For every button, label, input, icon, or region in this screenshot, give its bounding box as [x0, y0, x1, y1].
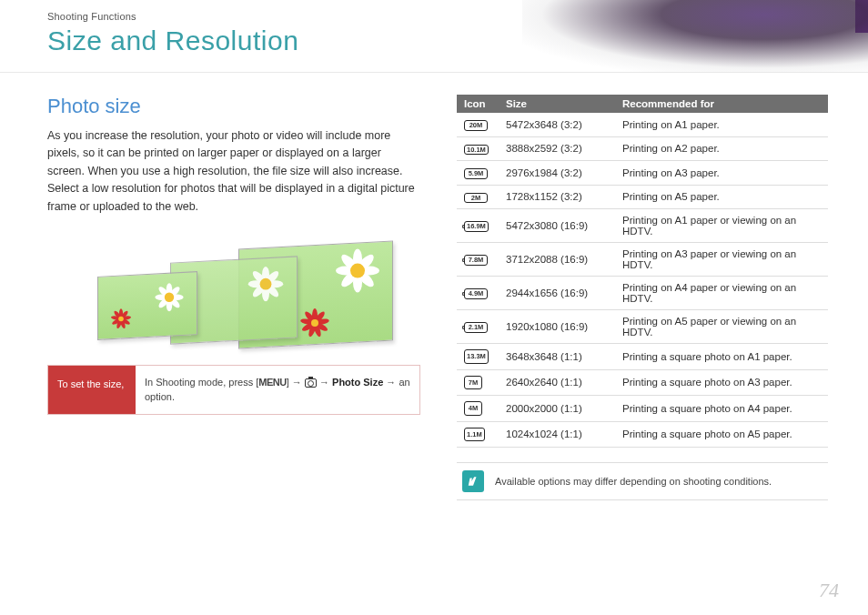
cell-icon: 20M	[457, 113, 499, 136]
size-table: Icon Size Recommended for 20M5472x3648 (…	[457, 95, 828, 448]
left-column: Photo size As you increase the resolutio…	[47, 95, 420, 500]
table-row: 2.1M1920x1080 (16:9)Printing on A5 paper…	[457, 310, 828, 344]
cell-size: 2944x1656 (16:9)	[499, 277, 615, 310]
instruction-mid: ] →	[287, 377, 305, 388]
cell-size: 2976x1984 (3:2)	[499, 161, 615, 186]
photo-size-illustration	[84, 230, 384, 348]
megapixel-icon: 5.9M	[464, 168, 488, 179]
table-row: 5.9M2976x1984 (3:2)Printing on A3 paper.	[457, 161, 828, 186]
table-row: 2M1728x1152 (3:2)Printing on A5 paper.	[457, 185, 828, 209]
cell-icon: 2.1M	[457, 310, 499, 344]
cell-recommended: Printing a square photo on A1 paper.	[615, 344, 828, 370]
cell-recommended: Printing on A3 paper or viewing on an HD…	[615, 243, 828, 277]
th-size: Size	[499, 95, 615, 113]
cell-icon: 7.8M	[457, 243, 499, 277]
cell-recommended: Printing on A1 paper.	[615, 113, 828, 136]
megapixel-icon: 13.3M	[464, 349, 489, 364]
section-heading: Photo size	[47, 95, 420, 118]
megapixel-icon: 20M	[464, 120, 488, 131]
cell-icon: 13.3M	[457, 344, 499, 370]
section-body: As you increase the resolution, your pho…	[47, 127, 420, 216]
page-header: Shooting Functions Size and Resolution	[0, 0, 868, 73]
menu-glyph: MENU	[258, 377, 286, 388]
cell-recommended: Printing on A1 paper or viewing on an HD…	[615, 209, 828, 243]
cell-icon: 5.9M	[457, 161, 499, 186]
table-row: 13.3M3648x3648 (1:1)Printing a square ph…	[457, 344, 828, 370]
table-row: 1.1M1024x1024 (1:1)Printing a square pho…	[457, 421, 828, 448]
cell-recommended: Printing on A5 paper.	[615, 185, 828, 209]
cell-size: 5472x3648 (3:2)	[499, 113, 615, 136]
cell-size: 1920x1080 (16:9)	[499, 310, 615, 344]
megapixel-icon: 16.9M	[464, 221, 489, 232]
cell-icon: 10.1M	[457, 136, 499, 161]
megapixel-icon: 2.1M	[464, 322, 488, 333]
cell-recommended: Printing a square photo on A4 paper.	[615, 396, 828, 422]
page-number: 74	[819, 579, 839, 602]
content: Photo size As you increase the resolutio…	[0, 73, 868, 500]
note-box: Available options may differ depending o…	[457, 462, 828, 500]
cell-recommended: Printing on A2 paper.	[615, 136, 828, 161]
cell-recommended: Printing on A5 paper or viewing on an HD…	[615, 310, 828, 344]
instruction-bold: Photo Size	[332, 377, 383, 388]
camera-icon	[305, 378, 317, 388]
cell-icon: 7M	[457, 369, 499, 396]
table-row: 20M5472x3648 (3:2)Printing on A1 paper.	[457, 113, 828, 136]
table-header-row: Icon Size Recommended for	[457, 95, 828, 113]
megapixel-icon: 7.8M	[464, 255, 488, 266]
instruction-arrow2: →	[317, 377, 332, 388]
megapixel-icon: 10.1M	[464, 145, 489, 156]
cell-size: 5472x3080 (16:9)	[499, 209, 615, 243]
cell-size: 3712x2088 (16:9)	[499, 243, 615, 277]
cell-icon: 1.1M	[457, 421, 499, 448]
cell-icon: 4M	[457, 396, 499, 422]
cell-recommended: Printing on A4 paper or viewing on an HD…	[615, 277, 828, 310]
note-icon	[462, 470, 484, 492]
cell-size: 1728x1152 (3:2)	[499, 185, 615, 209]
megapixel-icon: 4.9M	[464, 288, 488, 299]
instruction-label: To set the size,	[48, 366, 136, 414]
th-rec: Recommended for	[615, 95, 828, 113]
instruction-value: In Shooting mode, press [MENU] → → Photo…	[136, 366, 419, 414]
cell-recommended: Printing on A3 paper.	[615, 161, 828, 186]
table-row: 4M2000x2000 (1:1)Printing a square photo…	[457, 396, 828, 422]
cell-size: 3888x2592 (3:2)	[499, 136, 615, 161]
cell-size: 2640x2640 (1:1)	[499, 369, 615, 396]
cell-size: 1024x1024 (1:1)	[499, 421, 615, 448]
cell-size: 2000x2000 (1:1)	[499, 396, 615, 422]
cell-recommended: Printing a square photo on A5 paper.	[615, 421, 828, 448]
right-column: Icon Size Recommended for 20M5472x3648 (…	[457, 95, 828, 500]
table-row: 7M2640x2640 (1:1)Printing a square photo…	[457, 369, 828, 396]
cell-icon: 4.9M	[457, 277, 499, 310]
cell-icon: 16.9M	[457, 209, 499, 243]
megapixel-icon: 4M	[464, 401, 482, 416]
table-row: 7.8M3712x2088 (16:9)Printing on A3 paper…	[457, 243, 828, 277]
cell-recommended: Printing a square photo on A3 paper.	[615, 369, 828, 396]
accent-tab	[855, 0, 868, 33]
megapixel-icon: 7M	[464, 376, 482, 390]
table-row: 16.9M5472x3080 (16:9)Printing on A1 pape…	[457, 209, 828, 243]
th-icon: Icon	[457, 95, 499, 113]
note-text: Available options may differ depending o…	[495, 476, 772, 487]
cell-icon: 2M	[457, 185, 499, 209]
table-row: 4.9M2944x1656 (16:9)Printing on A4 paper…	[457, 277, 828, 310]
megapixel-icon: 1.1M	[464, 428, 485, 442]
instruction-prefix: In Shooting mode, press [	[145, 377, 258, 388]
megapixel-icon: 2M	[464, 193, 488, 204]
table-row: 10.1M3888x2592 (3:2)Printing on A2 paper…	[457, 136, 828, 161]
breadcrumb: Shooting Functions	[47, 11, 868, 22]
page-title: Size and Resolution	[47, 25, 868, 56]
instruction-box: To set the size, In Shooting mode, press…	[47, 365, 420, 415]
cell-size: 3648x3648 (1:1)	[499, 344, 615, 370]
